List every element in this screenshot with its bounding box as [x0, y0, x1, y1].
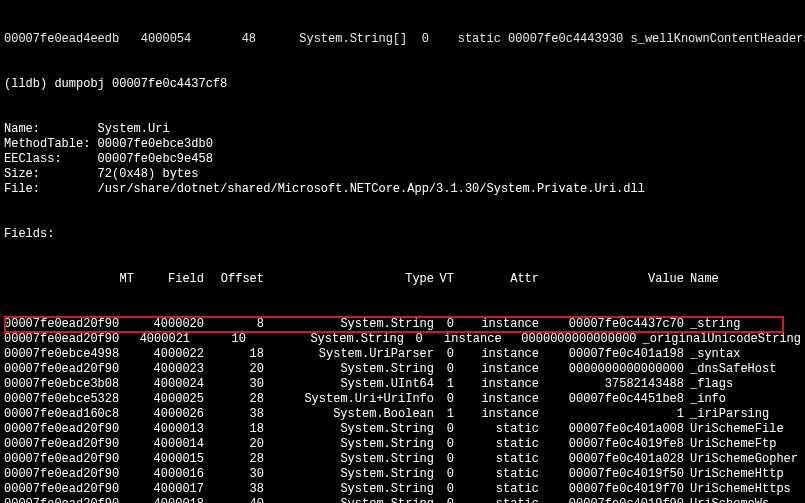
cell-type: System.String: [264, 482, 434, 497]
cell-mt: 00007fe0ead20f90: [4, 362, 134, 377]
cell-field: 4000022: [134, 347, 204, 362]
cell-offset: 30: [204, 377, 264, 392]
table-row: 00007fe0ead20f90400001840System.String0s…: [4, 497, 801, 503]
cell-vt: 0: [434, 452, 454, 467]
cell-field: 4000025: [134, 392, 204, 407]
cell-attr: instance: [454, 362, 539, 377]
cell-field: 4000023: [134, 362, 204, 377]
cell-value: 37582143488: [539, 377, 684, 392]
cell-value: 00007fe0c4019f90: [539, 497, 684, 503]
col-mt: MT: [4, 272, 134, 287]
header-line: Size: 72(0x48) bytes: [4, 167, 801, 182]
cell-value: 00007fe0c4019f50: [539, 467, 684, 482]
cell-attr: static: [454, 437, 539, 452]
cell-value: 00007fe0c401a198: [539, 347, 684, 362]
cell-offset: 28: [204, 452, 264, 467]
header-line: MethodTable: 00007fe0ebce3db0: [4, 137, 801, 152]
cell-attr: static: [454, 497, 539, 503]
cell-name: UriSchemeHttps: [684, 482, 791, 497]
cell-name: UriSchemeHttp: [684, 467, 784, 482]
cell-offset: 18: [204, 347, 264, 362]
col-field: Field: [134, 272, 204, 287]
cell-vt: 0: [434, 467, 454, 482]
cell-name: UriSchemeWs: [684, 497, 769, 503]
cell-offset: 38: [204, 407, 264, 422]
cell-mt: 00007fe0ead20f90: [4, 332, 125, 347]
cell-value: 00007fe0c401a008: [539, 422, 684, 437]
cell-mt: 00007fe0ead20f90: [4, 437, 134, 452]
cell-mt: 00007fe0ead20f90: [4, 452, 134, 467]
header-line: File: /usr/share/dotnet/shared/Microsoft…: [4, 182, 801, 197]
table-row: 00007fe0ead20f90400002110System.String0i…: [4, 332, 801, 347]
cell-name: UriSchemeFile: [684, 422, 784, 437]
col-attr: Attr: [454, 272, 539, 287]
cell-type: System.Boolean: [264, 407, 434, 422]
cell-type: System.UInt64: [264, 377, 434, 392]
column-header-row: MT Field Offset Type VT Attr Value Name: [4, 272, 801, 287]
cell-mt: 00007fe0ead20f90: [4, 482, 134, 497]
table-row: 00007fe0ead20f90400001318System.String0s…: [4, 422, 801, 437]
fields-label: Fields:: [4, 227, 801, 242]
cell-vt: 0: [434, 482, 454, 497]
cell-vt: 0: [434, 347, 454, 362]
cell-vt: 1: [434, 377, 454, 392]
header-line: Name: System.Uri: [4, 122, 801, 137]
cell-field: 4000020: [134, 317, 204, 332]
cell-attr: instance: [454, 317, 539, 332]
cell-vt: 0: [434, 497, 454, 503]
cell-mt: 00007fe0ead160c8: [4, 407, 134, 422]
cell-vt: 0: [434, 362, 454, 377]
cell-attr: static: [454, 467, 539, 482]
cell-offset: 18: [204, 422, 264, 437]
table-row: 00007fe0ead20f90400001630System.String0s…: [4, 467, 801, 482]
cell-field: 4000016: [134, 467, 204, 482]
terminal: 00007fe0ead4eedb 4000054 48 System.Strin…: [0, 0, 805, 503]
cell-field: 4000021: [125, 332, 190, 347]
cell-vt: 1: [434, 407, 454, 422]
cell-type: System.String: [264, 437, 434, 452]
cell-field: 4000014: [134, 437, 204, 452]
cell-attr: static: [454, 422, 539, 437]
cell-vt: 0: [434, 317, 454, 332]
cell-value: 00007fe0c4451be8: [539, 392, 684, 407]
cell-mt: 00007fe0ebce4998: [4, 347, 134, 362]
cell-mt: 00007fe0ead20f90: [4, 467, 134, 482]
cell-vt: 0: [434, 392, 454, 407]
fields-table: 00007fe0ead20f9040000208System.String0in…: [4, 317, 801, 503]
cell-name: _flags: [684, 377, 733, 392]
cell-field: 4000013: [134, 422, 204, 437]
header-line: EEClass: 00007fe0ebc9e458: [4, 152, 801, 167]
cell-name: _string: [684, 317, 740, 332]
cell-type: System.String: [264, 362, 434, 377]
table-row: 00007fe0ebce5328400002528System.Uri+UriI…: [4, 392, 801, 407]
cell-attr: instance: [454, 347, 539, 362]
col-vt: VT: [434, 272, 454, 287]
cell-type: System.String: [264, 422, 434, 437]
cell-offset: 40: [204, 497, 264, 503]
cell-type: System.String: [264, 467, 434, 482]
cell-offset: 30: [204, 467, 264, 482]
cell-vt: 0: [404, 332, 423, 347]
cell-attr: instance: [423, 332, 502, 347]
cell-attr: instance: [454, 392, 539, 407]
col-offset: Offset: [204, 272, 264, 287]
cell-value: 0000000000000000: [539, 362, 684, 377]
cell-offset: 20: [204, 362, 264, 377]
table-row: 00007fe0ead20f90400001420System.String0s…: [4, 437, 801, 452]
cell-field: 4000017: [134, 482, 204, 497]
cell-field: 4000015: [134, 452, 204, 467]
cell-mt: 00007fe0ead20f90: [4, 422, 134, 437]
cell-attr: instance: [454, 407, 539, 422]
col-name: Name: [684, 272, 719, 287]
table-row: 00007fe0ebce3b08400002430System.UInt641i…: [4, 377, 801, 392]
cell-mt: 00007fe0ebce3b08: [4, 377, 134, 392]
cell-value: 0000000000000000: [502, 332, 637, 347]
cell-offset: 20: [204, 437, 264, 452]
cell-field: 4000026: [134, 407, 204, 422]
cell-name: _info: [684, 392, 726, 407]
cell-attr: static: [454, 482, 539, 497]
cell-offset: 8: [204, 317, 264, 332]
cell-name: UriSchemeGopher: [684, 452, 798, 467]
cell-offset: 28: [204, 392, 264, 407]
col-value: Value: [539, 272, 684, 287]
